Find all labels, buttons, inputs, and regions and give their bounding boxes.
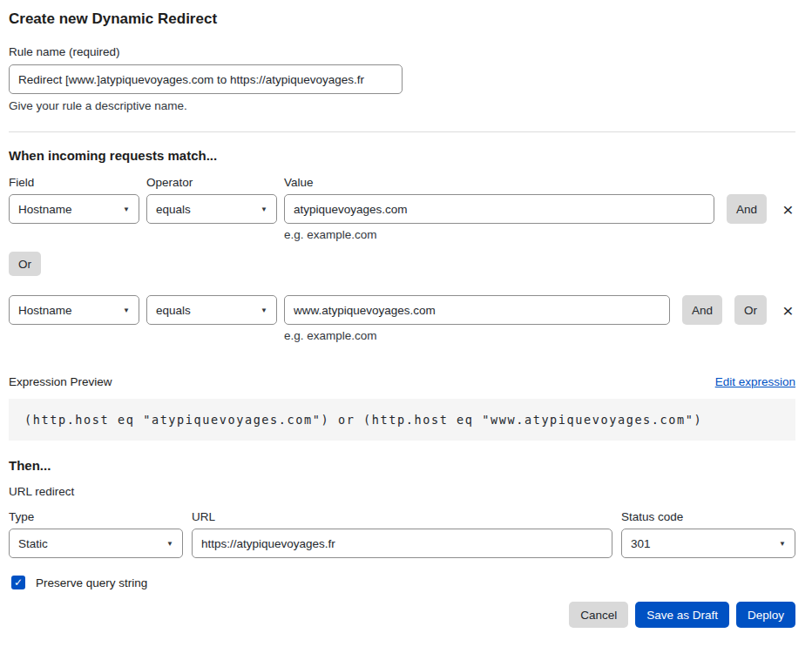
- or-connector-button[interactable]: Or: [9, 252, 41, 276]
- deploy-button[interactable]: Deploy: [736, 602, 795, 628]
- condition-hint-row: e.g. example.com: [284, 228, 795, 241]
- chevron-down-icon: ▼: [261, 306, 267, 314]
- chevron-down-icon: ▼: [166, 540, 173, 548]
- operator-select[interactable]: equals ▼: [146, 194, 277, 224]
- field-select[interactable]: Hostname ▼: [9, 295, 139, 325]
- chevron-down-icon: ▼: [261, 205, 267, 213]
- preserve-query-checkbox[interactable]: ✓: [11, 576, 25, 589]
- redirect-type-select[interactable]: Static ▼: [9, 529, 183, 558]
- cancel-button[interactable]: Cancel: [569, 602, 628, 628]
- chevron-down-icon: ▼: [779, 540, 786, 548]
- section-divider: [9, 131, 795, 132]
- create-dynamic-redirect-form: Create new Dynamic Redirect Rule name (r…: [0, 0, 812, 628]
- condition-column-labels: Field Operator Value: [9, 176, 795, 189]
- field-select-value: Hostname: [18, 304, 72, 317]
- redirect-type-value: Static: [18, 537, 48, 550]
- match-section-heading: When incoming requests match...: [9, 148, 795, 163]
- preserve-query-label: Preserve query string: [36, 576, 147, 589]
- chevron-down-icon: ▼: [123, 205, 130, 213]
- expression-preview-code: (http.host eq "atypiquevoyages.com") or …: [9, 399, 795, 441]
- condition-value-input[interactable]: [284, 194, 714, 224]
- redirect-url-input[interactable]: [192, 529, 612, 558]
- redirect-controls-row: Static ▼ 301 ▼: [9, 529, 795, 558]
- field-select[interactable]: Hostname ▼: [9, 194, 139, 224]
- operator-select-value: equals: [156, 203, 191, 216]
- chevron-down-icon: ▼: [123, 306, 130, 314]
- delete-condition-icon[interactable]: ×: [781, 200, 795, 219]
- rule-name-help: Give your rule a descriptive name.: [9, 99, 795, 112]
- rule-name-label: Rule name (required): [9, 45, 795, 58]
- url-column-label: URL: [192, 510, 612, 523]
- redirect-column-labels: Type URL Status code: [9, 510, 795, 523]
- value-column-label: Value: [284, 176, 314, 189]
- condition-value-hint: e.g. example.com: [284, 228, 795, 241]
- condition-row-2: Hostname ▼ equals ▼ And Or ×: [9, 295, 795, 325]
- edit-expression-link[interactable]: Edit expression: [715, 375, 795, 388]
- status-code-column-label: Status code: [621, 510, 795, 523]
- expression-preview-header: Expression Preview Edit expression: [9, 375, 795, 388]
- status-code-value: 301: [631, 537, 651, 550]
- or-button[interactable]: Or: [734, 295, 767, 325]
- condition-hint-row: e.g. example.com: [284, 329, 795, 342]
- field-column-label: Field: [9, 176, 139, 189]
- check-icon: ✓: [14, 576, 23, 589]
- condition-row-1: Hostname ▼ equals ▼ And ×: [9, 194, 795, 224]
- expression-preview-label: Expression Preview: [9, 375, 112, 388]
- page-title: Create new Dynamic Redirect: [9, 10, 795, 28]
- then-section-heading: Then...: [9, 458, 795, 473]
- save-as-draft-button[interactable]: Save as Draft: [635, 602, 729, 628]
- rule-name-input[interactable]: [9, 64, 403, 94]
- delete-condition-icon[interactable]: ×: [781, 301, 795, 320]
- status-code-select[interactable]: 301 ▼: [621, 529, 795, 558]
- field-select-value: Hostname: [18, 203, 72, 216]
- condition-value-input[interactable]: [284, 295, 670, 325]
- url-redirect-label: URL redirect: [9, 485, 795, 498]
- form-footer: Cancel Save as Draft Deploy: [9, 602, 795, 628]
- operator-select[interactable]: equals ▼: [146, 295, 277, 325]
- operator-select-value: equals: [156, 304, 191, 317]
- operator-column-label: Operator: [146, 176, 277, 189]
- condition-value-hint: e.g. example.com: [284, 329, 795, 342]
- preserve-query-row: ✓ Preserve query string: [9, 576, 795, 589]
- and-button[interactable]: And: [727, 194, 767, 224]
- and-button[interactable]: And: [682, 295, 722, 325]
- type-column-label: Type: [9, 510, 183, 523]
